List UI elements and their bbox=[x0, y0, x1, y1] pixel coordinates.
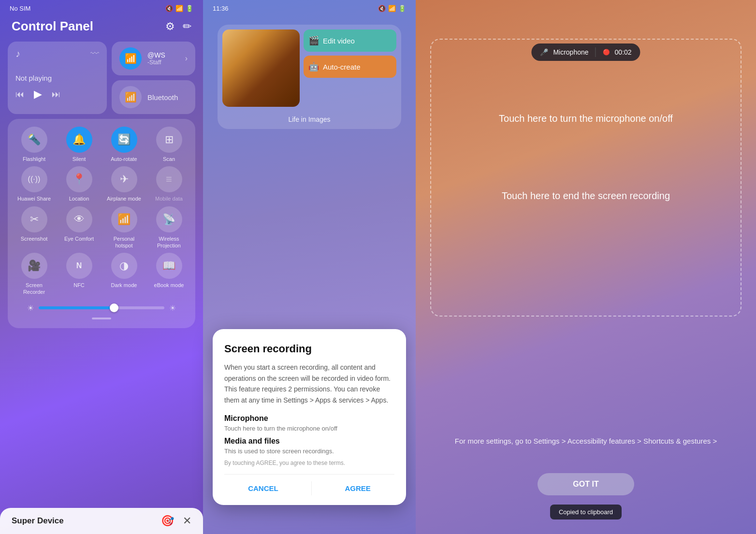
status-icons: 🔇 📶 🔋 bbox=[165, 5, 193, 12]
screenshot-label: Screenshot bbox=[21, 235, 48, 242]
toggle-ebook[interactable]: 📖 eBook mode bbox=[150, 253, 189, 296]
toggle-location[interactable]: 📍 Location bbox=[60, 166, 99, 202]
dashed-border-box bbox=[430, 39, 741, 317]
hotspot-icon-wrap: 📶 bbox=[111, 206, 137, 232]
toggle-row-2: ((·)) Huawei Share 📍 Location ✈ Airplane… bbox=[12, 166, 191, 202]
edit-video-label: Edit video bbox=[323, 37, 355, 45]
bluetooth-icon: 📶 bbox=[125, 91, 137, 103]
touch-end-text: Touch here to end the screen recording bbox=[502, 190, 670, 201]
clipboard-text: Copied to clipboard bbox=[559, 508, 613, 516]
toggle-screenshot[interactable]: ✂ Screenshot bbox=[15, 206, 54, 249]
prev-button[interactable]: ⏮ bbox=[15, 89, 24, 100]
screen-recording-dialog: Screen recording When you start a screen… bbox=[213, 329, 406, 505]
equalizer-icon: 〰 bbox=[90, 49, 99, 59]
settings-icon[interactable]: ⚙ bbox=[165, 20, 175, 33]
toggle-row-3: ✂ Screenshot 👁 Eye Comfort 📶 Personal ho… bbox=[12, 206, 191, 249]
scan-icon-wrap: ⊞ bbox=[156, 127, 182, 153]
settings-hint: For more settings, go to Settings > Acce… bbox=[436, 435, 736, 447]
dialog-terms: By touching AGREE, you agree to these te… bbox=[224, 460, 394, 466]
mute-icon: 🔇 bbox=[165, 5, 173, 12]
battery-icon: 🔋 bbox=[186, 5, 193, 12]
toggle-wireless-projection[interactable]: 📡 Wireless Projection bbox=[150, 206, 189, 249]
mic-icon: 🎤 bbox=[540, 48, 548, 56]
got-it-button[interactable]: GOT IT bbox=[538, 473, 634, 495]
agree-button[interactable]: AGREE bbox=[330, 481, 385, 495]
top-cards: ♪ 〰 Not playing ⏮ ▶ ⏭ 📶 @WS -Staff › bbox=[0, 42, 203, 119]
p2-time: 11:36 bbox=[213, 5, 229, 12]
toggle-hotspot[interactable]: 📶 Personal hotspot bbox=[105, 206, 144, 249]
dark-mode-icon-wrap: ◑ bbox=[111, 253, 137, 279]
huawei-share-label: Huawei Share bbox=[17, 195, 51, 202]
album-actions: 🎬 Edit video 🤖 Auto-create bbox=[304, 29, 396, 107]
handle-bar bbox=[92, 318, 111, 319]
cancel-button[interactable]: CANCEL bbox=[233, 481, 293, 495]
wifi-icon: 📶 bbox=[175, 5, 183, 12]
touch-end-instruction[interactable]: Touch here to end the screen recording bbox=[482, 188, 689, 203]
toggle-screen-recorder[interactable]: 🎥 Screen Recorder bbox=[15, 253, 54, 296]
toggle-auto-rotate[interactable]: 🔄 Auto-rotate bbox=[105, 127, 144, 162]
mic-badge-label: Microphone bbox=[553, 48, 588, 56]
nfc-label: NFC bbox=[73, 282, 85, 289]
brightness-slider[interactable] bbox=[39, 306, 164, 309]
edit-video-icon: 🎬 bbox=[308, 35, 319, 46]
location-icon-wrap: 📍 bbox=[66, 166, 92, 192]
silent-label: Silent bbox=[73, 156, 86, 162]
next-button[interactable]: ⏭ bbox=[52, 89, 60, 100]
bluetooth-circle: 📶 bbox=[119, 86, 142, 108]
settings-hint-text: For more settings, go to Settings > Acce… bbox=[455, 437, 717, 445]
toggle-huawei-share[interactable]: ((·)) Huawei Share bbox=[15, 166, 54, 202]
toggle-mobile-data[interactable]: ≡ Mobile data bbox=[150, 166, 189, 202]
nfc-icon-wrap: N bbox=[66, 253, 92, 279]
media-perm-title: Media and files bbox=[224, 437, 394, 446]
eye-comfort-label: Eye Comfort bbox=[64, 235, 94, 242]
auto-create-button[interactable]: 🤖 Auto-create bbox=[304, 56, 396, 78]
dialog-title: Screen recording bbox=[224, 343, 394, 355]
super-device-icons: 🎯 ✕ bbox=[161, 515, 191, 527]
toggle-flashlight[interactable]: 🔦 Flashlight bbox=[15, 127, 54, 162]
brightness-high-icon: ☀ bbox=[169, 303, 176, 313]
album-title: Life in Images bbox=[282, 112, 336, 129]
carrier-text: No SIM bbox=[10, 5, 30, 12]
screen-recorder-icon-wrap: 🎥 bbox=[21, 253, 47, 279]
brightness-fill bbox=[39, 306, 114, 309]
super-device-label: Super Device bbox=[12, 516, 64, 526]
brightness-thumb[interactable] bbox=[110, 303, 118, 312]
play-button[interactable]: ▶ bbox=[34, 88, 42, 101]
toggle-scan[interactable]: ⊞ Scan bbox=[150, 127, 189, 162]
hotspot-label: Personal hotspot bbox=[105, 235, 144, 249]
target-icon[interactable]: 🎯 bbox=[161, 515, 174, 527]
right-cards: 📶 @WS -Staff › 📶 Bluetooth bbox=[112, 42, 195, 114]
airplane-icon-wrap: ✈ bbox=[111, 166, 137, 192]
clipboard-toast: Copied to clipboard bbox=[550, 505, 622, 520]
brightness-low-icon: ☀ bbox=[27, 303, 34, 313]
edit-icon[interactable]: ✏ bbox=[183, 20, 191, 33]
eye-comfort-icon-wrap: 👁 bbox=[66, 206, 92, 232]
dark-mode-label: Dark mode bbox=[111, 282, 137, 289]
control-panel: No SIM 🔇 📶 🔋 Control Panel ⚙ ✏ ♪ 〰 Not p… bbox=[0, 0, 203, 534]
wireless-projection-icon-wrap: 📡 bbox=[156, 206, 182, 232]
super-device-bar[interactable]: Super Device 🎯 ✕ bbox=[0, 508, 203, 534]
wifi-info: @WS -Staff bbox=[147, 51, 165, 66]
toggle-dark-mode[interactable]: ◑ Dark mode bbox=[105, 253, 144, 296]
page-title: Control Panel bbox=[12, 19, 93, 34]
toggle-nfc[interactable]: N NFC bbox=[60, 253, 99, 296]
toggle-airplane[interactable]: ✈ Airplane mode bbox=[105, 166, 144, 202]
toggle-row-1: 🔦 Flashlight 🔔 Silent 🔄 Auto-rotate ⊞ Sc… bbox=[12, 127, 191, 162]
ebook-icon-wrap: 📖 bbox=[156, 253, 182, 279]
not-playing-label: Not playing bbox=[15, 74, 99, 82]
control-panel-header: Control Panel ⚙ ✏ bbox=[0, 15, 203, 42]
toggle-eye-comfort[interactable]: 👁 Eye Comfort bbox=[60, 206, 99, 249]
auto-create-label: Auto-create bbox=[323, 63, 361, 71]
edit-video-button[interactable]: 🎬 Edit video bbox=[304, 29, 396, 52]
screenshot-icon-wrap: ✂ bbox=[21, 206, 47, 232]
wifi-sub: -Staff bbox=[147, 59, 165, 66]
toggle-silent[interactable]: 🔔 Silent bbox=[60, 127, 99, 162]
touch-mic-instruction[interactable]: Touch here to turn the microphone on/off bbox=[480, 111, 692, 126]
close-icon[interactable]: ✕ bbox=[183, 515, 191, 527]
mic-badge[interactable]: 🎤 Microphone 🔴 00:02 bbox=[531, 43, 640, 61]
touch-mic-text: Touch here to turn the microphone on/off bbox=[499, 113, 673, 124]
airplane-label: Airplane mode bbox=[107, 195, 141, 202]
wifi-card[interactable]: 📶 @WS -Staff › bbox=[112, 42, 195, 75]
panel3-recording-active: 🎤 Microphone 🔴 00:02 Touch here to turn … bbox=[416, 0, 756, 534]
bluetooth-card[interactable]: 📶 Bluetooth bbox=[112, 80, 195, 114]
